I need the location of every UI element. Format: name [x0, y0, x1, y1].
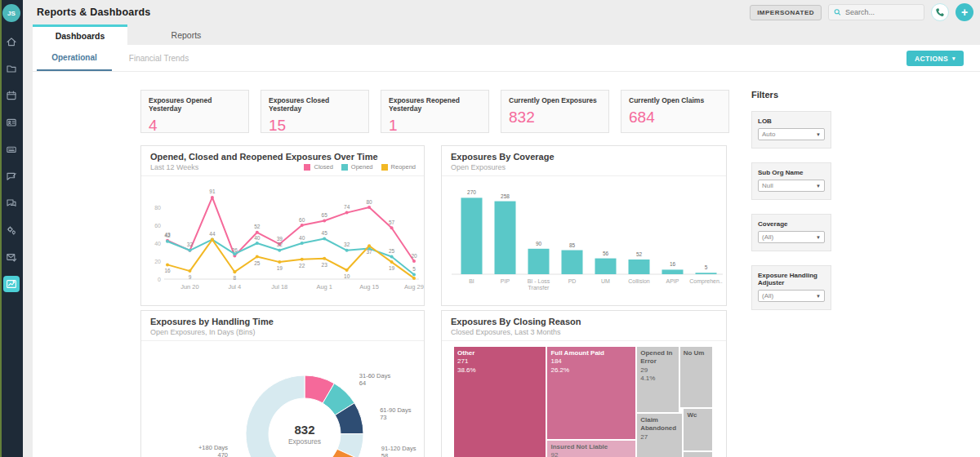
line-chart[interactable]: 020406080Jun 20Jul 4Jul 18Aug 1Aug 15Aug…	[141, 176, 425, 300]
kpi-value: 1	[389, 117, 481, 135]
svg-text:5: 5	[705, 264, 708, 270]
legend-item-reopend: Reopend	[381, 163, 416, 171]
legend-item-closed: Closed	[304, 163, 332, 171]
svg-text:39: 39	[277, 236, 283, 242]
svg-text:44: 44	[209, 231, 216, 237]
donut-chart[interactable]: 31-60 Days6461-90 Days7391-120 Days58121…	[141, 341, 425, 457]
chevron-down-icon: ▼	[816, 184, 821, 189]
svg-text:Collision: Collision	[628, 278, 650, 284]
legend-swatch	[341, 164, 348, 171]
donut-chart-title: Exposures by Handling Time	[150, 317, 415, 326]
kpi-card-1: Exposures Closed Yesterday15	[261, 90, 369, 133]
actions-button[interactable]: ACTIONS ▾	[906, 51, 964, 66]
sub-tabs: Operational Financial Trends ACTIONS ▾	[33, 45, 980, 72]
sidebar-item-message-edit[interactable]	[3, 168, 20, 184]
treemap-tile-insured-not-liable[interactable]: Insured Not Liable9213.1%	[546, 440, 636, 457]
avatar[interactable]: JS	[2, 4, 20, 22]
subtab-operational[interactable]: Operational	[37, 45, 112, 71]
treemap-tile-claim-abandoned[interactable]: Claim Abandoned27	[636, 413, 683, 457]
search-input[interactable]	[845, 8, 919, 16]
legend-label: Opened	[351, 163, 373, 171]
kpi-label: Exposures Closed Yesterday	[269, 96, 361, 113]
sidebar-item-gears[interactable]	[3, 222, 20, 238]
sidebar-item-chat[interactable]	[3, 195, 20, 211]
svg-text:25: 25	[389, 248, 395, 254]
treemap-title: Exposures By Closing Reason	[451, 317, 717, 326]
bar-chart[interactable]: 270BI258PIP90BI - LossTransfer85PD56UM52…	[442, 176, 728, 300]
svg-text:23: 23	[322, 262, 328, 268]
message-edit-icon	[6, 171, 17, 182]
svg-text:32: 32	[344, 242, 350, 247]
add-button[interactable]: +	[956, 3, 973, 21]
svg-text:45: 45	[322, 230, 328, 236]
svg-text:80: 80	[366, 199, 372, 205]
sidebar-item-home[interactable]	[3, 33, 20, 50]
treemap-chart[interactable]: Other27138.6%Full Amount Paid18426.2%Ins…	[453, 346, 713, 457]
svg-text:40: 40	[254, 235, 261, 241]
donut-chart-subtitle: Open Exposures, In Days (Bins)	[150, 328, 415, 336]
impersonated-badge[interactable]: IMPERSONATED	[750, 5, 822, 20]
treemap-subtitle: Closed Exposures, Last 3 Months	[451, 328, 717, 336]
svg-text:8: 8	[234, 275, 237, 281]
treemap-tile-no-um[interactable]: No Um	[679, 346, 713, 408]
main-tabs: Dashboards Reports	[33, 24, 245, 45]
svg-text:61-90 Days73: 61-90 Days73	[380, 406, 412, 421]
sidebar-item-folder[interactable]	[3, 60, 20, 77]
tab-reports[interactable]: Reports	[127, 24, 245, 45]
filter-dropdown[interactable]: (All)▼	[758, 290, 825, 302]
folder-icon	[6, 63, 17, 74]
sidebar-item-contact-card[interactable]	[3, 114, 20, 131]
page-title: Reports & Dashboards	[37, 7, 150, 18]
treemap-tile-full-amount-paid[interactable]: Full Amount Paid18426.2%	[546, 346, 636, 440]
treemap-tile-wc[interactable]: Wc	[683, 408, 713, 451]
svg-text:80: 80	[154, 205, 161, 211]
svg-text:60: 60	[154, 223, 161, 228]
kpi-label: Exposures Reopened Yesterday	[389, 96, 481, 113]
calendar-icon	[6, 90, 17, 101]
kpi-label: Currently Open Exposures	[509, 96, 601, 104]
kpi-value: 4	[149, 117, 241, 135]
sidebar-item-keyboard[interactable]	[3, 141, 20, 158]
svg-text:BI - Loss: BI - Loss	[528, 278, 550, 284]
app-sidebar: JS	[0, 0, 23, 457]
treemap-tile-other[interactable]: Other27138.6%	[453, 346, 546, 457]
filter-dropdown[interactable]: (All)▼	[758, 231, 825, 243]
tile-pct: 38.6%	[457, 366, 542, 375]
svg-text:57: 57	[389, 220, 395, 225]
treemap-tile-opened-in-error[interactable]: Opened In Error294.1%	[636, 346, 679, 413]
kpi-card-4: Currently Open Claims684	[621, 90, 729, 133]
svg-text:BI: BI	[469, 278, 474, 284]
svg-text:Jul 4: Jul 4	[228, 283, 241, 291]
svg-text:Aug 15: Aug 15	[359, 283, 379, 291]
svg-text:19: 19	[277, 265, 283, 271]
kpi-label: Exposures Opened Yesterday	[149, 96, 241, 113]
subtab-financial-trends[interactable]: Financial Trends	[112, 45, 206, 71]
svg-text:42: 42	[164, 233, 171, 238]
top-bar: Reports & Dashboards IMPERSONATED +	[23, 0, 980, 24]
phone-button[interactable]	[931, 3, 949, 21]
sidebar-item-mail-check[interactable]	[3, 249, 20, 265]
sidebar-item-reports[interactable]	[3, 276, 20, 292]
sidebar-item-calendar[interactable]	[3, 87, 20, 104]
filter-value: (All)	[762, 233, 773, 241]
legend-label: Closed	[314, 163, 332, 171]
svg-text:Comprehen..: Comprehen..	[689, 278, 723, 285]
tab-dashboards[interactable]: Dashboards	[33, 24, 127, 45]
filter-dropdown[interactable]: Auto▼	[758, 128, 825, 140]
svg-text:5: 5	[412, 266, 416, 272]
reports-icon	[6, 278, 17, 290]
bar-chart-title: Exposures By Coverage	[451, 152, 717, 162]
legend-item-opened: Opened	[341, 163, 373, 171]
search-box[interactable]	[828, 4, 924, 20]
legend-swatch	[304, 164, 310, 171]
tile-label: Opened In Error	[640, 349, 675, 366]
tile-value: 29	[640, 366, 675, 375]
svg-text:832: 832	[294, 423, 314, 437]
svg-text:258: 258	[501, 193, 510, 199]
filter-dropdown[interactable]: Null▼	[758, 180, 825, 192]
tile-label: Other	[457, 349, 542, 357]
line-chart-legend: ClosedOpenedReopend	[304, 163, 416, 171]
treemap-tile[interactable]	[683, 451, 713, 457]
svg-text:65: 65	[322, 212, 328, 218]
kpi-value: 15	[269, 117, 361, 135]
